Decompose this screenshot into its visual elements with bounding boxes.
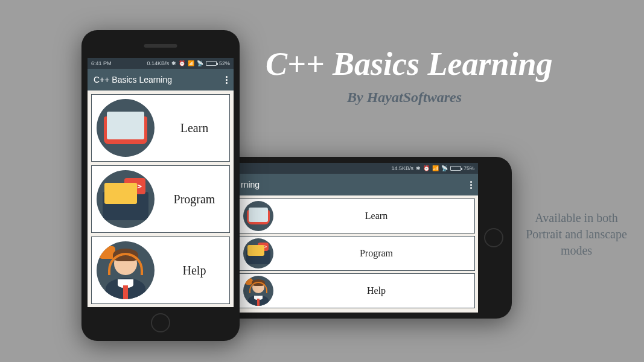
bluetooth-icon: ✱ [171, 60, 176, 66]
phone-portrait-frame: 6:41 PM 0.14KB/s ✱ ⏰ 📶 📡 52% C++ Basics … [81, 30, 240, 341]
status-data-rate: 14.5KB/s [391, 165, 413, 171]
hero-subtitle: By HayatSoftwares [347, 89, 462, 106]
help-icon [97, 241, 155, 299]
learn-icon [97, 99, 155, 157]
menu-label: Help [164, 264, 225, 278]
status-data-rate: 0.14KB/s [147, 60, 169, 66]
battery-icon [206, 61, 217, 66]
home-button[interactable] [484, 228, 503, 247]
overflow-menu-icon[interactable] [226, 76, 228, 84]
alarm-icon: ⏰ [179, 60, 185, 66]
wifi-icon: 📡 [441, 165, 448, 171]
status-bar: 14.5KB/s ✱ ⏰ 📶 📡 75% [235, 163, 478, 174]
wifi-icon: 📡 [197, 60, 203, 66]
main-menu: Learn </> Program Help [88, 91, 234, 307]
app-bar: rning [235, 174, 478, 195]
app-bar: C++ Basics Learning [88, 69, 234, 91]
menu-item-learn[interactable]: Learn [91, 94, 230, 162]
signal-icon: 📶 [188, 60, 194, 66]
help-icon [243, 276, 273, 306]
overflow-menu-icon[interactable] [470, 181, 472, 189]
landscape-screen: 14.5KB/s ✱ ⏰ 📶 📡 75% rning Learn </> Pro… [235, 163, 478, 313]
status-time: 6:41 PM [91, 60, 112, 66]
menu-item-learn[interactable]: Learn [238, 198, 475, 233]
menu-item-program[interactable]: </> Program [91, 165, 230, 233]
menu-item-help[interactable]: Help [238, 273, 475, 308]
menu-item-help[interactable]: Help [91, 237, 230, 304]
menu-label: Learn [164, 121, 225, 135]
portrait-screen: 6:41 PM 0.14KB/s ✱ ⏰ 📶 📡 52% C++ Basics … [88, 58, 234, 307]
app-title: rning [241, 180, 260, 189]
menu-label: Program [164, 192, 225, 206]
phone-speaker [144, 44, 177, 48]
battery-icon [450, 166, 461, 171]
phone-landscape-frame: 14.5KB/s ✱ ⏰ 📶 📡 75% rning Learn </> Pro… [207, 157, 512, 319]
menu-label: Help [283, 285, 470, 296]
alarm-icon: ⏰ [423, 165, 430, 171]
orientation-note: Available in both Portrait and lanscape … [516, 210, 637, 259]
app-title: C++ Basics Learning [94, 75, 172, 84]
main-menu: Learn </> Program Help [235, 195, 478, 311]
status-battery-pct: 75% [464, 165, 474, 171]
program-icon: </> [243, 238, 273, 268]
status-battery-pct: 52% [219, 60, 230, 66]
menu-item-program[interactable]: </> Program [238, 236, 475, 271]
menu-label: Program [283, 248, 470, 259]
program-icon: </> [97, 170, 155, 228]
learn-icon [243, 201, 273, 231]
signal-icon: 📶 [432, 165, 439, 171]
home-button[interactable] [151, 313, 170, 332]
hero-title: C++ Basics Learning [266, 45, 553, 83]
menu-label: Learn [283, 211, 470, 221]
bluetooth-icon: ✱ [416, 165, 421, 171]
status-bar: 6:41 PM 0.14KB/s ✱ ⏰ 📶 📡 52% [88, 58, 234, 69]
